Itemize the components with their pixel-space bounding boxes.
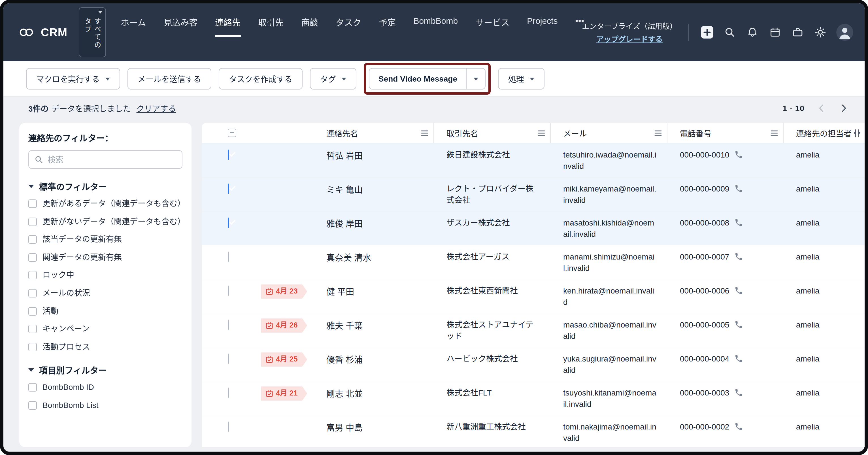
- upgrade-link[interactable]: アップグレードする: [596, 33, 662, 44]
- table-row[interactable]: ミキ 亀山 レクト・プロバイダー株式会社 miki.kameyama@noema…: [202, 177, 865, 211]
- filter-item[interactable]: メールの状況: [28, 288, 182, 299]
- filter-checkbox[interactable]: [28, 253, 37, 262]
- row-checkbox[interactable]: [228, 150, 229, 160]
- select-all-checkbox[interactable]: [228, 129, 236, 137]
- prev-page-button[interactable]: [815, 102, 827, 115]
- contact-name[interactable]: 富男 中島: [327, 423, 363, 432]
- table-row[interactable]: 雅俊 岸田 ザスカー株式会社 masatoshi.kishida@noemail…: [202, 211, 865, 245]
- send-email-button[interactable]: メールを送信する: [127, 68, 211, 90]
- filter-item[interactable]: BombBomb ID: [28, 382, 182, 393]
- contact-name[interactable]: 雅俊 岸田: [327, 219, 363, 229]
- phone-call-icon[interactable]: [734, 354, 743, 363]
- filter-item[interactable]: キャンペーン: [28, 324, 182, 335]
- filter-search[interactable]: [28, 150, 182, 169]
- create-task-button[interactable]: タスクを作成する: [219, 68, 303, 90]
- phone-call-icon[interactable]: [734, 150, 743, 159]
- filter-checkbox[interactable]: [28, 343, 37, 351]
- nav-tab[interactable]: 見込み客: [163, 16, 197, 37]
- filter-section-standard-header[interactable]: 標準のフィルター: [28, 180, 182, 192]
- contact-name[interactable]: 剛志 北並: [327, 389, 363, 398]
- nav-tab[interactable]: ホーム: [121, 16, 146, 37]
- row-checkbox[interactable]: [228, 354, 229, 364]
- nav-tab[interactable]: 商談: [301, 16, 318, 37]
- row-checkbox[interactable]: [228, 184, 229, 194]
- table-row[interactable]: 哲弘 岩田 鉄日建設株式会社 tetsuhiro.iwada@noemail.i…: [202, 143, 865, 177]
- clear-selection-link[interactable]: クリアする: [136, 102, 176, 114]
- filter-item[interactable]: BombBomb List: [28, 400, 182, 411]
- table-row[interactable]: 真奈美 清水 株式会社アーガス manami.shimizu@noemail.i…: [202, 245, 865, 279]
- row-checkbox[interactable]: [228, 422, 229, 432]
- row-checkbox[interactable]: [228, 388, 229, 398]
- phone-call-icon[interactable]: [734, 422, 743, 431]
- phone-call-icon[interactable]: [734, 388, 743, 397]
- process-button[interactable]: 処理: [498, 68, 545, 90]
- table-row[interactable]: 4月 21 剛志 北並 株式会社FLT tsuyoshi.kitanami@no…: [202, 381, 865, 415]
- filter-item[interactable]: 更新があるデータ（関連データも含む）: [28, 198, 182, 209]
- nav-tab[interactable]: 予定: [379, 16, 396, 37]
- filter-checkbox[interactable]: [28, 401, 37, 410]
- filter-item[interactable]: 活動: [28, 306, 182, 317]
- filter-checkbox[interactable]: [28, 289, 37, 298]
- create-button[interactable]: [700, 26, 714, 39]
- nav-tab[interactable]: タスク: [336, 16, 361, 37]
- crm-logo[interactable]: CRM: [18, 26, 67, 39]
- phone-call-icon[interactable]: [734, 218, 743, 227]
- contact-name[interactable]: ミキ 亀山: [327, 185, 363, 194]
- phone-call-icon[interactable]: [734, 320, 743, 329]
- account-cell: 株式会社ストアユナイテッド: [434, 313, 551, 347]
- contact-name[interactable]: 真奈美 清水: [327, 253, 371, 262]
- nav-tab[interactable]: 連絡先: [215, 16, 241, 37]
- run-macro-button[interactable]: マクロを実行する: [26, 68, 120, 90]
- filter-item[interactable]: 該当データの更新有無: [28, 234, 182, 245]
- send-video-message-caret[interactable]: [466, 68, 485, 89]
- send-video-message-label[interactable]: Send Video Message: [369, 68, 466, 89]
- search-button[interactable]: [723, 26, 737, 39]
- filter-checkbox[interactable]: [28, 200, 37, 208]
- filter-item[interactable]: ロック中: [28, 270, 182, 281]
- marketplace-button[interactable]: [791, 26, 805, 39]
- filter-item[interactable]: 関連データの更新有無: [28, 252, 182, 263]
- contact-name[interactable]: 健 平田: [327, 287, 354, 296]
- table-row[interactable]: 4月 25 優香 杉浦 ハービック株式会社 yuka.sugiura@noema…: [202, 347, 865, 381]
- row-checkbox[interactable]: [228, 218, 229, 228]
- search-input[interactable]: [48, 155, 176, 164]
- filter-checkbox[interactable]: [28, 383, 37, 392]
- settings-button[interactable]: [814, 26, 827, 39]
- column-menu-icon[interactable]: [538, 130, 545, 136]
- avatar[interactable]: [836, 24, 853, 41]
- next-page-button[interactable]: [837, 102, 850, 115]
- nav-tab[interactable]: 取引先: [258, 16, 284, 37]
- contact-name[interactable]: 雅夫 千葉: [327, 321, 363, 330]
- filter-item[interactable]: 活動プロセス: [28, 342, 182, 353]
- column-menu-icon[interactable]: [654, 130, 662, 136]
- nav-tab[interactable]: サービス: [475, 16, 509, 37]
- filter-checkbox[interactable]: [28, 325, 37, 333]
- row-checkbox[interactable]: [228, 285, 229, 296]
- phone-call-icon[interactable]: [734, 184, 743, 193]
- row-checkbox[interactable]: [228, 251, 229, 262]
- filter-checkbox[interactable]: [28, 271, 37, 280]
- all-tabs-selector[interactable]: すべてのタブ: [79, 7, 106, 57]
- phone-call-icon[interactable]: [734, 252, 743, 261]
- column-menu-icon[interactable]: [771, 130, 778, 136]
- nav-tab[interactable]: BombBomb: [413, 16, 458, 37]
- column-settings-icon[interactable]: [852, 129, 862, 137]
- nav-tab[interactable]: Projects: [527, 16, 558, 37]
- contact-name[interactable]: 優香 杉浦: [327, 355, 363, 364]
- filter-item[interactable]: 更新がないデータ（関連データも含む）: [28, 216, 182, 227]
- filter-checkbox[interactable]: [28, 307, 37, 315]
- calendar-button[interactable]: [768, 26, 782, 39]
- column-menu-icon[interactable]: [421, 130, 428, 136]
- row-checkbox[interactable]: [228, 320, 229, 330]
- phone-call-icon[interactable]: [734, 286, 743, 295]
- filter-checkbox[interactable]: [28, 235, 37, 244]
- contact-name[interactable]: 哲弘 岩田: [327, 151, 363, 160]
- table-row[interactable]: 4月 26 雅夫 千葉 株式会社ストアユナイテッド masao.chiba@no…: [202, 313, 865, 347]
- table-row[interactable]: 4月 23 健 平田 株式会社東西新聞社 ken.hirata@noemail.…: [202, 279, 865, 313]
- send-video-message-button[interactable]: Send Video Message: [369, 68, 486, 90]
- notifications-button[interactable]: [746, 26, 759, 39]
- filter-section-field-header[interactable]: 項目別フィルター: [28, 364, 182, 376]
- filter-checkbox[interactable]: [28, 217, 37, 226]
- table-row[interactable]: 富男 中島 新八重洲重工株式会社 tomi.nakajima@noemail.i…: [202, 415, 865, 447]
- tag-button[interactable]: タグ: [310, 68, 356, 90]
